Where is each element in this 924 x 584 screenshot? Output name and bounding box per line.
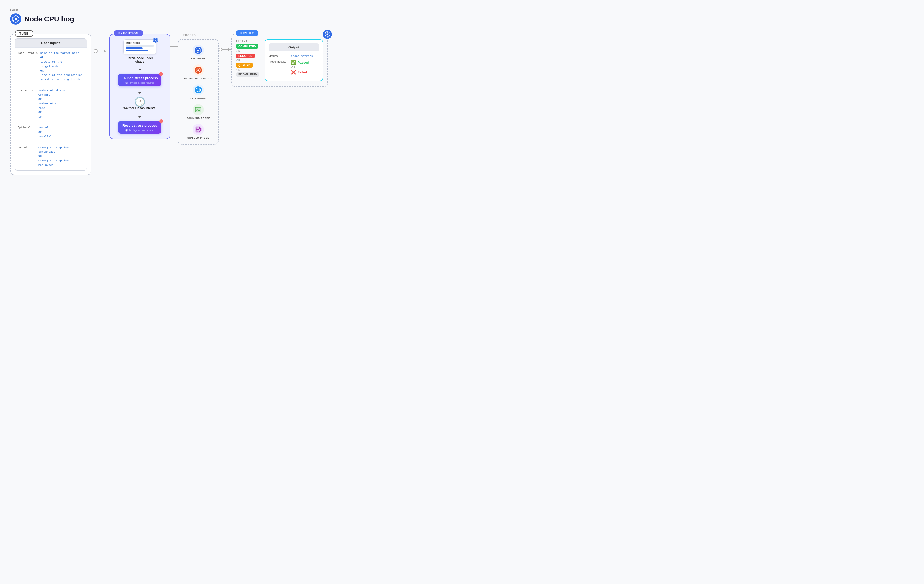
page: Fault Node CPU hog TUNE User Inputs Node… [10,8,914,175]
exec-node-card: Target nodes [123,39,156,54]
tune-badge: TUNE [15,30,33,37]
tune-row-values-stressors: number of stressworkers OR number of cpu… [38,88,65,119]
status-errored: ERRORED [236,54,255,58]
revert-stress-sub: Privilege access required [121,129,158,132]
fault-title: Node CPU hog [10,13,914,25]
tune-or: OR [38,111,65,114]
tune-value: io [38,115,65,119]
tune-row-optional: Optional serial OR parallel [15,122,87,141]
tune-value: parallel [38,134,52,139]
tune-row-stressors: Stressors number of stressworkers OR num… [15,85,87,122]
tune-or: OR [40,56,82,59]
probes-label: PROBES [183,34,196,36]
prometheus-probe-icon-circle [193,64,204,76]
result-status-section: STATUS COMPLETED OR ERRORED OR QUEUED OR… [236,39,259,77]
srm-probe-icon [195,126,202,133]
tune-inner: User Inputs Node Details name of the tar… [15,38,87,171]
svg-point-38 [327,33,328,35]
command-probe-icon [195,106,202,113]
or-between: OR [292,66,309,69]
svg-rect-11 [126,82,127,83]
status-or-1: OR [236,50,259,53]
tune-row-label-optional: Optional [18,125,36,130]
exec-wait-label: Wait for Chaos Interval [123,106,156,110]
tune-or: OR [38,130,52,134]
lock-icon-2 [125,129,128,132]
revert-stress-title: Revert stress process [121,123,158,128]
probes-section: PROBES K8S PROBE [178,34,219,145]
metrics-value: chaos metrics [291,54,313,58]
exec-step-derive: Target nodes Derive node underchaos [114,39,166,133]
tune-value: number of stressworkers [38,88,65,97]
result-output-box: Output Metrics chaos metrics Probe Resul… [264,39,323,81]
launch-stress-title: Launch stress process [121,76,158,81]
tune-value: memory consumptionmebibytes [38,158,69,167]
execution-panel: EXECUTION Target nodes Derive node under… [109,34,170,139]
tune-row-oneof: One of memory consumptionpercentage OR m… [15,141,87,170]
connector-line [97,51,107,51]
lock-icon [125,82,128,84]
tune-value: name of the target node [40,51,82,55]
svg-rect-13 [126,130,127,131]
http-probe-icon [195,86,202,94]
tune-value: memory consumptionpercentage [38,145,69,154]
revert-stress-btn[interactable]: Revert stress process Privilege access r… [118,121,162,133]
output-metrics-row: Metrics chaos metrics [269,54,319,58]
tune-panel: TUNE User Inputs Node Details name of th… [10,34,91,175]
svg-point-15 [198,49,199,51]
exec-derive-label: Derive node underchaos [126,56,153,64]
probe-item-k8s[interactable]: K8S PROBE [182,45,214,60]
http-probe-icon-circle [193,84,204,95]
svg-point-18 [198,69,199,71]
probes-result-connector [219,48,231,51]
exec-arrow-down-1 [140,64,140,72]
connector-circle-2 [219,48,222,51]
result-panel: RESULT STATUS COMPLETED OR ERRORED OR QU… [231,34,328,87]
target-nodes-card-wrapper: Target nodes [123,39,156,54]
status-badges: COMPLETED OR ERRORED OR QUEUED OR INCOMP… [236,44,259,77]
launch-stress-privilege: Privilege access required [129,82,154,84]
tune-value: labels of the applicationscheduled on ta… [40,73,82,82]
exec-arrow-down-2 [140,88,140,95]
kubernetes-icon-large [10,13,21,25]
tune-value: number of cpucore [38,101,65,110]
svg-point-1 [15,18,17,20]
output-header: Output [269,43,319,51]
probes-panel: K8S PROBE [178,39,219,145]
command-probe-icon-circle [193,104,204,115]
revert-stress-privilege: Privilege access required [129,129,154,132]
connector-line-h [170,46,178,47]
connector-line-2 [222,49,231,50]
passed-label: Passed [298,61,309,64]
node-bar-1 [125,45,154,47]
fail-icon: ❌ [291,70,296,75]
k8s-probe-icon [195,47,202,54]
probe-item-http[interactable]: HTTP PROBE [182,84,214,100]
srm-probe-label: SRM SLO PROBE [187,137,209,139]
srm-probe-icon-circle [193,124,204,135]
svg-point-36 [199,127,200,129]
result-k8s-icon [323,30,332,40]
tune-row-label-oneof: One of [18,145,36,150]
status-or-3: OR [236,69,259,71]
k8s-probe-label: K8S PROBE [191,58,206,60]
exec-arrow-down-3 [140,112,140,119]
status-completed: COMPLETED [236,44,259,49]
execution-badge: EXECUTION [114,30,143,36]
horiz-connector [170,46,178,47]
tune-exec-connector [91,49,109,53]
probe-item-prometheus[interactable]: PROMETHEUS PROBE [182,64,214,80]
launch-stress-btn[interactable]: Launch stress process Privilege access r… [118,74,162,86]
pass-fail-section: ✅ Passed OR ❌ Failed [291,60,309,75]
probe-results-label: Probe Results [269,60,289,63]
output-probe-row: Probe Results ✅ Passed OR ❌ Failed [269,60,319,75]
svg-rect-30 [195,107,201,112]
exec-probes-connector [170,46,178,47]
prometheus-probe-label: PROMETHEUS PROBE [184,77,213,80]
result-badge: RESULT [236,30,259,36]
btn-corner-decoration-2 [158,119,163,124]
page-title: Node CPU hog [25,15,74,23]
probe-item-command[interactable]: COMMAND PROBE [182,104,214,119]
probe-item-srm[interactable]: SRM SLO PROBE [182,124,214,139]
fault-label: Fault [10,8,914,12]
